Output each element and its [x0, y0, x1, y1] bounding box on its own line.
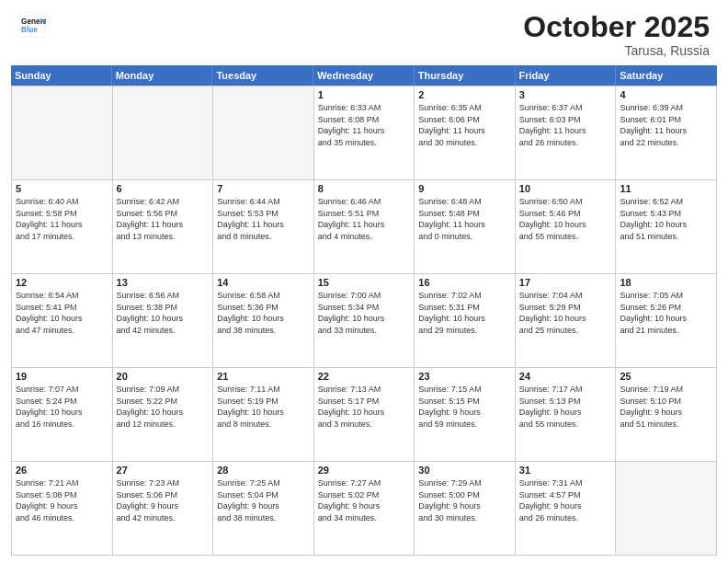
weekday-header-wednesday: Wednesday: [313, 65, 415, 86]
day-info: Sunrise: 6:58 AM Sunset: 5:36 PM Dayligh…: [217, 290, 310, 336]
calendar-cell: 17Sunrise: 7:04 AM Sunset: 5:29 PM Dayli…: [516, 274, 617, 368]
day-number: 30: [418, 465, 511, 476]
day-number: 23: [418, 371, 511, 382]
calendar-cell: 8Sunrise: 6:46 AM Sunset: 5:51 PM Daylig…: [314, 180, 415, 274]
day-info: Sunrise: 6:39 AM Sunset: 6:01 PM Dayligh…: [620, 102, 712, 148]
calendar-cell: 1Sunrise: 6:33 AM Sunset: 6:08 PM Daylig…: [314, 86, 415, 180]
location: Tarusa, Russia: [523, 43, 710, 58]
day-info: Sunrise: 7:00 AM Sunset: 5:34 PM Dayligh…: [318, 290, 411, 336]
day-info: Sunrise: 6:50 AM Sunset: 5:46 PM Dayligh…: [519, 196, 612, 242]
calendar: SundayMondayTuesdayWednesdayThursdayFrid…: [11, 65, 717, 556]
calendar-cell: 30Sunrise: 7:29 AM Sunset: 5:00 PM Dayli…: [415, 462, 516, 556]
calendar-cell: 27Sunrise: 7:23 AM Sunset: 5:06 PM Dayli…: [113, 462, 214, 556]
calendar-cell: 29Sunrise: 7:27 AM Sunset: 5:02 PM Dayli…: [314, 462, 415, 556]
day-info: Sunrise: 6:46 AM Sunset: 5:51 PM Dayligh…: [318, 196, 411, 242]
calendar-cell: 31Sunrise: 7:31 AM Sunset: 4:57 PM Dayli…: [516, 462, 617, 556]
day-info: Sunrise: 7:02 AM Sunset: 5:31 PM Dayligh…: [418, 290, 511, 336]
day-info: Sunrise: 7:15 AM Sunset: 5:15 PM Dayligh…: [418, 384, 511, 430]
day-number: 21: [217, 371, 310, 382]
calendar-cell: 16Sunrise: 7:02 AM Sunset: 5:31 PM Dayli…: [415, 274, 516, 368]
day-number: 14: [217, 277, 310, 288]
day-number: 25: [620, 371, 712, 382]
day-info: Sunrise: 7:31 AM Sunset: 4:57 PM Dayligh…: [519, 477, 612, 523]
weekday-header-saturday: Saturday: [616, 65, 717, 86]
day-number: 12: [16, 277, 108, 288]
day-number: 24: [519, 371, 612, 382]
day-info: Sunrise: 7:11 AM Sunset: 5:19 PM Dayligh…: [217, 384, 310, 430]
day-info: Sunrise: 7:19 AM Sunset: 5:10 PM Dayligh…: [620, 384, 712, 430]
day-info: Sunrise: 7:13 AM Sunset: 5:17 PM Dayligh…: [318, 384, 411, 430]
day-number: 28: [217, 465, 310, 476]
day-number: 26: [16, 465, 108, 476]
calendar-cell: [213, 86, 314, 180]
calendar-cell: [12, 86, 113, 180]
calendar-cell: 26Sunrise: 7:21 AM Sunset: 5:08 PM Dayli…: [12, 462, 113, 556]
day-number: 31: [519, 465, 612, 476]
day-number: 11: [620, 183, 712, 194]
day-info: Sunrise: 6:35 AM Sunset: 6:06 PM Dayligh…: [418, 102, 511, 148]
calendar-cell: 2Sunrise: 6:35 AM Sunset: 6:06 PM Daylig…: [415, 86, 516, 180]
calendar-cell: 18Sunrise: 7:05 AM Sunset: 5:26 PM Dayli…: [616, 274, 717, 368]
day-number: 18: [620, 277, 712, 288]
svg-text:Blue: Blue: [21, 26, 38, 34]
day-info: Sunrise: 6:40 AM Sunset: 5:58 PM Dayligh…: [16, 196, 108, 242]
day-number: 22: [318, 371, 411, 382]
day-number: 17: [519, 277, 612, 288]
day-number: 2: [418, 89, 511, 100]
day-info: Sunrise: 6:42 AM Sunset: 5:56 PM Dayligh…: [117, 196, 210, 242]
weekday-header-monday: Monday: [112, 65, 213, 86]
calendar-cell: 7Sunrise: 6:44 AM Sunset: 5:53 PM Daylig…: [213, 180, 314, 274]
calendar-cell: 3Sunrise: 6:37 AM Sunset: 6:03 PM Daylig…: [516, 86, 617, 180]
day-number: 6: [117, 183, 210, 194]
day-number: 9: [418, 183, 511, 194]
calendar-header: SundayMondayTuesdayWednesdayThursdayFrid…: [11, 65, 717, 86]
calendar-cell: 23Sunrise: 7:15 AM Sunset: 5:15 PM Dayli…: [415, 368, 516, 462]
calendar-cell: 5Sunrise: 6:40 AM Sunset: 5:58 PM Daylig…: [12, 180, 113, 274]
calendar-cell: [616, 462, 717, 556]
day-info: Sunrise: 6:52 AM Sunset: 5:43 PM Dayligh…: [620, 196, 712, 242]
calendar-cell: 13Sunrise: 6:56 AM Sunset: 5:38 PM Dayli…: [113, 274, 214, 368]
month-title: October 2025: [523, 11, 710, 43]
day-number: 19: [16, 371, 108, 382]
day-number: 27: [117, 465, 210, 476]
day-info: Sunrise: 7:25 AM Sunset: 5:04 PM Dayligh…: [217, 477, 310, 523]
day-number: 15: [318, 277, 411, 288]
calendar-body: 1Sunrise: 6:33 AM Sunset: 6:08 PM Daylig…: [11, 86, 717, 556]
weekday-header-thursday: Thursday: [415, 65, 516, 86]
day-number: 4: [620, 89, 712, 100]
day-info: Sunrise: 6:48 AM Sunset: 5:48 PM Dayligh…: [418, 196, 511, 242]
calendar-cell: 20Sunrise: 7:09 AM Sunset: 5:22 PM Dayli…: [113, 368, 214, 462]
logo: General Blue: [18, 11, 46, 39]
calendar-cell: 6Sunrise: 6:42 AM Sunset: 5:56 PM Daylig…: [113, 180, 214, 274]
day-number: 29: [318, 465, 411, 476]
day-info: Sunrise: 7:21 AM Sunset: 5:08 PM Dayligh…: [16, 477, 108, 523]
day-info: Sunrise: 6:54 AM Sunset: 5:41 PM Dayligh…: [16, 290, 108, 336]
weekday-header-tuesday: Tuesday: [212, 65, 313, 86]
day-number: 13: [117, 277, 210, 288]
day-info: Sunrise: 7:27 AM Sunset: 5:02 PM Dayligh…: [318, 477, 411, 523]
day-number: 3: [519, 89, 612, 100]
day-number: 1: [318, 89, 411, 100]
day-info: Sunrise: 6:56 AM Sunset: 5:38 PM Dayligh…: [117, 290, 210, 336]
calendar-cell: 12Sunrise: 6:54 AM Sunset: 5:41 PM Dayli…: [12, 274, 113, 368]
calendar-cell: 11Sunrise: 6:52 AM Sunset: 5:43 PM Dayli…: [616, 180, 717, 274]
calendar-cell: 22Sunrise: 7:13 AM Sunset: 5:17 PM Dayli…: [314, 368, 415, 462]
day-info: Sunrise: 6:33 AM Sunset: 6:08 PM Dayligh…: [318, 102, 411, 148]
day-info: Sunrise: 6:44 AM Sunset: 5:53 PM Dayligh…: [217, 196, 310, 242]
day-info: Sunrise: 7:29 AM Sunset: 5:00 PM Dayligh…: [418, 477, 511, 523]
calendar-cell: [113, 86, 214, 180]
calendar-cell: 28Sunrise: 7:25 AM Sunset: 5:04 PM Dayli…: [213, 462, 314, 556]
logo-icon: General Blue: [18, 11, 46, 39]
calendar-cell: 25Sunrise: 7:19 AM Sunset: 5:10 PM Dayli…: [616, 368, 717, 462]
calendar-cell: 19Sunrise: 7:07 AM Sunset: 5:24 PM Dayli…: [12, 368, 113, 462]
title-block: October 2025 Tarusa, Russia: [523, 11, 710, 58]
day-info: Sunrise: 7:23 AM Sunset: 5:06 PM Dayligh…: [117, 477, 210, 523]
day-info: Sunrise: 7:09 AM Sunset: 5:22 PM Dayligh…: [117, 384, 210, 430]
day-info: Sunrise: 7:07 AM Sunset: 5:24 PM Dayligh…: [16, 384, 108, 430]
day-info: Sunrise: 6:37 AM Sunset: 6:03 PM Dayligh…: [519, 102, 612, 148]
day-number: 8: [318, 183, 411, 194]
calendar-cell: 14Sunrise: 6:58 AM Sunset: 5:36 PM Dayli…: [213, 274, 314, 368]
day-number: 5: [16, 183, 108, 194]
day-number: 7: [217, 183, 310, 194]
day-number: 20: [117, 371, 210, 382]
